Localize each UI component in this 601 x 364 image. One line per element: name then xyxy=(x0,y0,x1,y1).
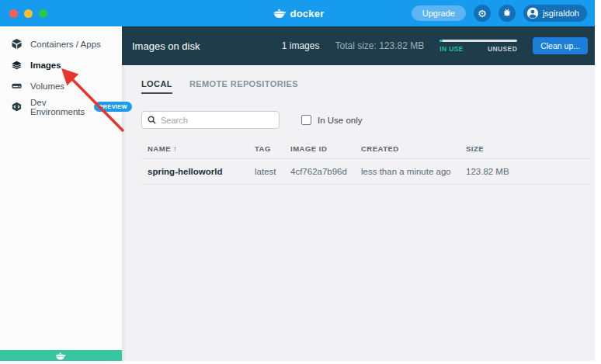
column-header-tag[interactable]: TAG xyxy=(255,144,290,153)
sidebar: Containers / Apps Images xyxy=(0,26,122,362)
clean-up-button[interactable]: Clean up... xyxy=(533,37,588,54)
settings-button[interactable]: ⚙ xyxy=(474,5,491,22)
dev-environments-icon xyxy=(10,101,23,113)
in-use-only-checkbox[interactable] xyxy=(301,115,311,125)
in-use-only-label: In Use only xyxy=(318,116,363,125)
images-header: Images on disk 1 images Total size: 123.… xyxy=(122,26,598,65)
sidebar-item-label: Containers / Apps xyxy=(30,40,101,49)
image-count: 1 images xyxy=(282,40,320,51)
search-box[interactable] xyxy=(141,111,280,129)
sidebar-item-label: Images xyxy=(30,61,61,70)
docker-logo-text: docker xyxy=(290,8,325,19)
screenshot-margin-right xyxy=(595,0,598,362)
tab-local[interactable]: LOCAL xyxy=(141,79,172,94)
usage-bar xyxy=(439,40,517,42)
image-created-cell: less than a minute ago xyxy=(361,167,466,176)
column-header-name[interactable]: NAME↑ xyxy=(148,144,255,153)
sidebar-item-dev-environments[interactable]: Dev Environments PREVIEW xyxy=(0,96,122,117)
sidebar-item-label: Volumes xyxy=(30,81,64,91)
total-size: Total size: 123.82 MB xyxy=(335,40,424,51)
tab-remote-repositories[interactable]: REMOTE REPOSITORIES xyxy=(189,79,298,94)
username-label: jsgiraldoh xyxy=(543,9,579,18)
gear-icon: ⚙ xyxy=(478,9,487,19)
minimize-window-button[interactable] xyxy=(24,9,33,18)
table-row[interactable]: spring-helloworld latest 4cf762a7b96d le… xyxy=(141,159,590,185)
images-table: NAME↑ TAG IMAGE ID CREATED SIZE spring-h… xyxy=(141,138,590,185)
unused-label: UNUSED xyxy=(488,45,517,53)
images-icon xyxy=(10,59,23,71)
images-content: LOCAL REMOTE REPOSITORIES In Use only N xyxy=(122,65,598,362)
column-header-image-id[interactable]: IMAGE ID xyxy=(290,144,361,153)
sidebar-item-images[interactable]: Images xyxy=(0,54,122,75)
window-controls xyxy=(9,9,47,18)
image-size-cell: 123.82 MB xyxy=(466,167,590,176)
search-icon xyxy=(148,113,156,127)
search-input[interactable] xyxy=(161,116,273,125)
user-menu[interactable]: jsgiraldoh xyxy=(523,5,587,22)
title-bar: docker Upgrade ⚙ xyxy=(0,0,598,26)
docker-logo: docker xyxy=(274,0,325,26)
user-icon xyxy=(526,7,539,19)
column-header-created[interactable]: CREATED xyxy=(361,144,466,153)
column-header-size[interactable]: SIZE xyxy=(466,144,590,153)
zoom-window-button[interactable] xyxy=(39,9,47,18)
in-use-only-filter[interactable]: In Use only xyxy=(301,115,363,125)
volumes-icon xyxy=(10,80,23,92)
screenshot-margin-bottom xyxy=(0,361,598,362)
sort-asc-icon: ↑ xyxy=(173,144,178,153)
close-window-button[interactable] xyxy=(9,9,18,18)
bug-icon xyxy=(502,8,512,19)
disk-usage-indicator: IN USE UNUSED xyxy=(439,40,517,53)
tab-bar: LOCAL REMOTE REPOSITORIES xyxy=(141,79,590,94)
in-use-label: IN USE xyxy=(439,45,464,53)
docker-whale-icon xyxy=(274,7,287,19)
upgrade-button[interactable]: Upgrade xyxy=(412,5,466,21)
image-name-cell: spring-helloworld xyxy=(148,167,255,176)
sidebar-item-label: Dev Environments xyxy=(30,98,85,116)
page-title: Images on disk xyxy=(132,40,200,52)
image-id-cell: 4cf762a7b96d xyxy=(290,167,361,176)
containers-icon xyxy=(10,38,23,50)
image-tag-cell: latest xyxy=(255,167,290,176)
sidebar-item-containers-apps[interactable]: Containers / Apps xyxy=(0,33,122,54)
table-header-row: NAME↑ TAG IMAGE ID CREATED SIZE xyxy=(141,138,590,159)
docker-desktop-window: docker Upgrade ⚙ xyxy=(0,0,598,362)
usage-bar-fill xyxy=(439,40,443,42)
sidebar-item-volumes[interactable]: Volumes xyxy=(0,75,122,96)
troubleshoot-button[interactable] xyxy=(499,5,516,22)
